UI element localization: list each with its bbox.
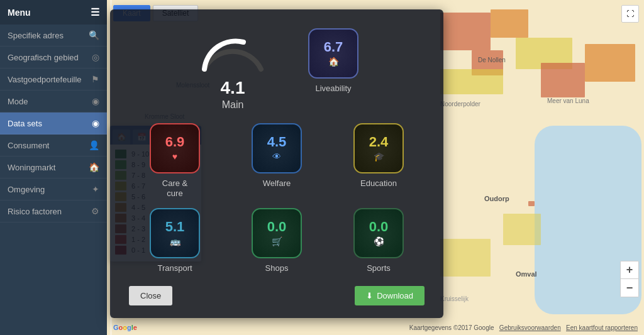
- zoom-controls: + −: [620, 261, 639, 297]
- sidebar: Menu ☰ Specifiek adres 🔍 Geografisch geb…: [0, 0, 107, 335]
- card-sports: 0.0 ⚽ Sports: [333, 208, 425, 273]
- care-circle: 6.9 ♥: [150, 123, 200, 173]
- main-gauge: 4.1 Main: [195, 28, 270, 111]
- arc-container: [195, 28, 270, 75]
- sidebar-item-risico[interactable]: Risico factoren ⚙: [0, 200, 107, 222]
- hamburger-icon[interactable]: ☰: [91, 6, 99, 18]
- education-label: Education: [360, 178, 397, 189]
- sidebar-header: Menu ☰: [0, 0, 107, 25]
- welfare-icon: 👁: [272, 151, 281, 162]
- download-button[interactable]: ⬇ Download: [355, 286, 425, 305]
- scores-grid: 6.9 ♥ Care &cure 4.5 👁 Welfare 2.4 🎓 Edu…: [129, 123, 425, 273]
- sidebar-item-vastgoed[interactable]: Vastgoedportefeuille ⚑: [0, 69, 107, 91]
- zoom-in-button[interactable]: +: [621, 261, 638, 279]
- sidebar-label: Specifiek adres: [8, 31, 64, 40]
- star-icon: ✦: [92, 184, 99, 194]
- sidebar-item-specifiek-adres[interactable]: Specifiek adres 🔍: [0, 25, 107, 47]
- gear-icon: ⚙: [91, 206, 99, 216]
- sports-circle: 0.0 ⚽: [353, 208, 404, 258]
- card-transport: 5.1 🚌 Transport: [129, 208, 221, 273]
- welfare-circle: 4.5 👁: [252, 123, 302, 173]
- transport-score: 5.1: [165, 220, 185, 234]
- welfare-label: Welfare: [263, 178, 291, 189]
- sidebar-label: Consument: [8, 141, 49, 150]
- education-score: 2.4: [369, 135, 389, 149]
- sidebar-label: Woningmarkt: [8, 163, 55, 172]
- sidebar-label: Geografisch gebied: [8, 53, 79, 62]
- sidebar-label: Data sets: [8, 119, 42, 128]
- score-modal: 4.1 Main 6.7 🏠 Liveability 6.9 ♥ Care &c…: [110, 9, 443, 318]
- liveability-circle: 6.7 🏠: [308, 28, 358, 79]
- sidebar-label: Mode: [8, 97, 28, 106]
- care-score: 6.9: [165, 135, 185, 149]
- target-icon: ◎: [92, 52, 99, 62]
- sidebar-item-geografisch-gebied[interactable]: Geografisch gebied ◎: [0, 47, 107, 69]
- transport-circle: 5.1 🚌: [150, 208, 200, 258]
- google-logo: Google: [113, 324, 137, 331]
- shops-score: 0.0: [267, 220, 287, 234]
- sidebar-item-omgeving[interactable]: Omgeving ✦: [0, 178, 107, 200]
- download-icon: ⬇: [366, 291, 373, 300]
- card-shops: 0.0 🛒 Shops: [231, 208, 323, 273]
- house-icon: 🏠: [89, 162, 99, 172]
- shops-icon: 🛒: [272, 236, 282, 246]
- sports-label: Sports: [367, 263, 391, 273]
- modal-footer: Close ⬇ Download: [129, 286, 425, 305]
- fullscreen-button[interactable]: ⛶: [621, 5, 639, 23]
- main-score-number: 4.1: [221, 78, 245, 98]
- rapport-link[interactable]: Een kaartfout rapporteren: [566, 324, 638, 331]
- card-welfare: 4.5 👁 Welfare: [231, 123, 323, 198]
- card-education: 2.4 🎓 Education: [333, 123, 425, 198]
- sidebar-item-woningmarkt[interactable]: Woningmarkt 🏠: [0, 157, 107, 178]
- transport-icon: 🚌: [170, 236, 180, 246]
- welfare-score: 4.5: [267, 135, 287, 149]
- education-circle: 2.4 🎓: [353, 123, 404, 173]
- menu-title: Menu: [8, 8, 31, 18]
- liveability-card: 6.7 🏠 Liveability: [308, 28, 358, 94]
- sidebar-item-mode[interactable]: Mode ◉: [0, 91, 107, 113]
- care-label: Care &cure: [162, 178, 187, 198]
- education-icon: 🎓: [374, 151, 384, 162]
- sports-icon: ⚽: [374, 236, 384, 246]
- zoom-out-button[interactable]: −: [621, 279, 638, 297]
- circle-active-icon: ◉: [92, 118, 99, 128]
- main-score-label: Main: [222, 99, 244, 111]
- shops-label: Shops: [265, 263, 289, 273]
- circle-icon: ◉: [92, 96, 99, 106]
- sidebar-label: Risico factoren: [8, 207, 62, 216]
- care-icon: ♥: [172, 151, 177, 162]
- liveability-label: Liveability: [315, 84, 351, 94]
- liveability-score: 6.7: [324, 40, 343, 54]
- main-score-area: 4.1 Main 6.7 🏠 Liveability: [129, 28, 425, 111]
- flag-icon: ⚑: [91, 74, 99, 84]
- sports-score: 0.0: [369, 220, 389, 234]
- close-button[interactable]: Close: [129, 286, 172, 305]
- sidebar-label: Omgeving: [8, 185, 45, 194]
- sidebar-item-datasets[interactable]: Data sets ◉: [0, 113, 107, 135]
- sidebar-label: Vastgoedportefeuille: [8, 75, 82, 84]
- liveability-icon: 🏠: [328, 57, 339, 67]
- transport-label: Transport: [157, 263, 192, 273]
- search-icon: 🔍: [89, 30, 99, 40]
- sidebar-item-consument[interactable]: Consument 👤: [0, 135, 107, 157]
- shops-circle: 0.0 🛒: [252, 208, 302, 258]
- download-label: Download: [377, 291, 413, 300]
- card-care: 6.9 ♥ Care &cure: [129, 123, 221, 198]
- map-footer: Kaartgegevens ©2017 Google Gebruiksvoorw…: [409, 324, 638, 331]
- gebruiksvoorwaarden-link[interactable]: Gebruiksvoorwaarden: [499, 324, 561, 331]
- kaartgegevens-text: Kaartgegevens ©2017 Google: [409, 324, 494, 331]
- person-icon: 👤: [89, 140, 99, 150]
